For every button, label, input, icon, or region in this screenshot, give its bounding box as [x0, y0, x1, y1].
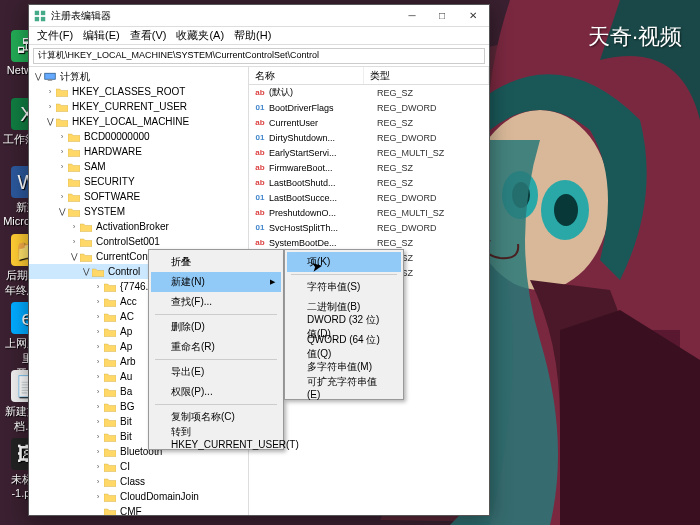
svg-rect-10 — [41, 16, 45, 20]
folder-icon — [79, 236, 93, 248]
list-header: 名称 类型 — [249, 67, 489, 85]
tree-item[interactable]: SECURITY — [29, 174, 248, 189]
tree-item[interactable]: CMF — [29, 504, 248, 515]
menu-item[interactable]: 转到 HKEY_CURRENT_USER(T) — [151, 427, 281, 447]
folder-icon — [103, 431, 117, 443]
tree-item[interactable]: ⋁计算机 — [29, 69, 248, 84]
value-row[interactable]: abLastBootShutd...REG_SZ — [249, 175, 489, 190]
tree-item[interactable]: ›HKEY_CURRENT_USER — [29, 99, 248, 114]
value-row[interactable]: 01SvcHostSplitTh...REG_DWORD — [249, 220, 489, 235]
minimize-button[interactable]: ─ — [397, 5, 427, 26]
value-row[interactable]: abFirmwareBoot...REG_SZ — [249, 160, 489, 175]
tree-item[interactable]: ›SOFTWARE — [29, 189, 248, 204]
folder-icon — [67, 146, 81, 158]
menu-item[interactable]: 查找(F)... — [151, 292, 281, 312]
folder-icon — [103, 386, 117, 398]
value-icon: ab — [253, 237, 267, 249]
folder-icon — [103, 446, 117, 458]
folder-icon — [91, 266, 105, 278]
menu-item[interactable]: 新建(N) — [151, 272, 281, 292]
value-row[interactable]: 01DirtyShutdown...REG_DWORD — [249, 130, 489, 145]
folder-icon — [103, 401, 117, 413]
folder-icon — [55, 116, 69, 128]
tree-item[interactable]: ›BCD00000000 — [29, 129, 248, 144]
address-input[interactable]: 计算机\HKEY_LOCAL_MACHINE\SYSTEM\CurrentCon… — [33, 48, 485, 64]
folder-icon — [43, 71, 57, 83]
menu-item[interactable]: 折叠 — [151, 252, 281, 272]
value-row[interactable]: abEarlyStartServi...REG_MULTI_SZ — [249, 145, 489, 160]
tree-item[interactable]: ›ActivationBroker — [29, 219, 248, 234]
value-row[interactable]: abCurrentUserREG_SZ — [249, 115, 489, 130]
menu-item[interactable]: 可扩充字符串值(E) — [287, 377, 401, 397]
svg-rect-7 — [35, 10, 39, 14]
folder-icon — [103, 461, 117, 473]
folder-icon — [67, 176, 81, 188]
folder-icon — [103, 476, 117, 488]
menubar: 文件(F)编辑(E)查看(V)收藏夹(A)帮助(H) — [29, 27, 489, 45]
maximize-button[interactable]: □ — [427, 5, 457, 26]
folder-icon — [67, 131, 81, 143]
folder-icon — [103, 341, 117, 353]
value-row[interactable]: 01BootDriverFlagsREG_DWORD — [249, 100, 489, 115]
menu-item[interactable]: 字符串值(S) — [287, 277, 401, 297]
value-row[interactable]: abSystemBootDe...REG_SZ — [249, 235, 489, 250]
svg-rect-9 — [35, 16, 39, 20]
tree-item[interactable]: ›Class — [29, 474, 248, 489]
menu-item[interactable]: 删除(D) — [151, 317, 281, 337]
context-menu[interactable]: 折叠新建(N)查找(F)...删除(D)重命名(R)导出(E)权限(P)...复… — [148, 249, 284, 450]
value-icon: 01 — [253, 222, 267, 234]
menu-item[interactable]: QWORD (64 位)值(Q) — [287, 337, 401, 357]
svg-rect-11 — [45, 73, 56, 79]
value-icon: ab — [253, 177, 267, 189]
value-icon: 01 — [253, 102, 267, 114]
menu-item[interactable]: 重命名(R) — [151, 337, 281, 357]
value-icon: ab — [253, 162, 267, 174]
menu-item[interactable]: 权限(P)... — [151, 382, 281, 402]
menu-item[interactable]: 查看(V) — [126, 28, 171, 43]
tree-item[interactable]: ⋁HKEY_LOCAL_MACHINE — [29, 114, 248, 129]
folder-icon — [67, 206, 81, 218]
svg-rect-8 — [41, 10, 45, 14]
value-icon: ab — [253, 87, 267, 99]
value-icon: ab — [253, 147, 267, 159]
value-row[interactable]: ab(默认)REG_SZ — [249, 85, 489, 100]
menu-item[interactable]: 编辑(E) — [79, 28, 124, 43]
tree-item[interactable]: ›SAM — [29, 159, 248, 174]
folder-icon — [103, 326, 117, 338]
menu-item[interactable]: 收藏夹(A) — [172, 28, 228, 43]
folder-icon — [103, 506, 117, 516]
folder-icon — [103, 356, 117, 368]
watermark: 天奇·视频 — [588, 22, 682, 52]
col-name[interactable]: 名称 — [249, 67, 364, 84]
menu-item[interactable]: 文件(F) — [33, 28, 77, 43]
folder-icon — [103, 311, 117, 323]
folder-icon — [103, 491, 117, 503]
value-row[interactable]: abPreshutdownO...REG_MULTI_SZ — [249, 205, 489, 220]
submenu-new[interactable]: 项(K)字符串值(S)二进制值(B)DWORD (32 位)值(D)QWORD … — [284, 249, 404, 400]
folder-icon — [55, 101, 69, 113]
folder-icon — [103, 296, 117, 308]
menu-item[interactable]: 帮助(H) — [230, 28, 275, 43]
app-icon — [33, 9, 47, 23]
tree-item[interactable]: ›CloudDomainJoin — [29, 489, 248, 504]
folder-icon — [79, 221, 93, 233]
address-bar: 计算机\HKEY_LOCAL_MACHINE\SYSTEM\CurrentCon… — [29, 45, 489, 67]
titlebar[interactable]: 注册表编辑器 ─ □ ✕ — [29, 5, 489, 27]
folder-icon — [67, 161, 81, 173]
tree-item[interactable]: ⋁SYSTEM — [29, 204, 248, 219]
close-button[interactable]: ✕ — [457, 5, 489, 26]
value-row[interactable]: 01LastBootSucce...REG_DWORD — [249, 190, 489, 205]
folder-icon — [103, 416, 117, 428]
tree-item[interactable]: ›HKEY_CLASSES_ROOT — [29, 84, 248, 99]
tree-item[interactable]: ›ControlSet001 — [29, 234, 248, 249]
value-icon: ab — [253, 207, 267, 219]
svg-point-3 — [554, 194, 578, 226]
menu-item[interactable]: 项(K) — [287, 252, 401, 272]
tree-item[interactable]: ›HARDWARE — [29, 144, 248, 159]
col-type[interactable]: 类型 — [364, 67, 489, 84]
value-icon: ab — [253, 117, 267, 129]
tree-item[interactable]: ›CI — [29, 459, 248, 474]
folder-icon — [55, 86, 69, 98]
value-icon: 01 — [253, 192, 267, 204]
menu-item[interactable]: 导出(E) — [151, 362, 281, 382]
